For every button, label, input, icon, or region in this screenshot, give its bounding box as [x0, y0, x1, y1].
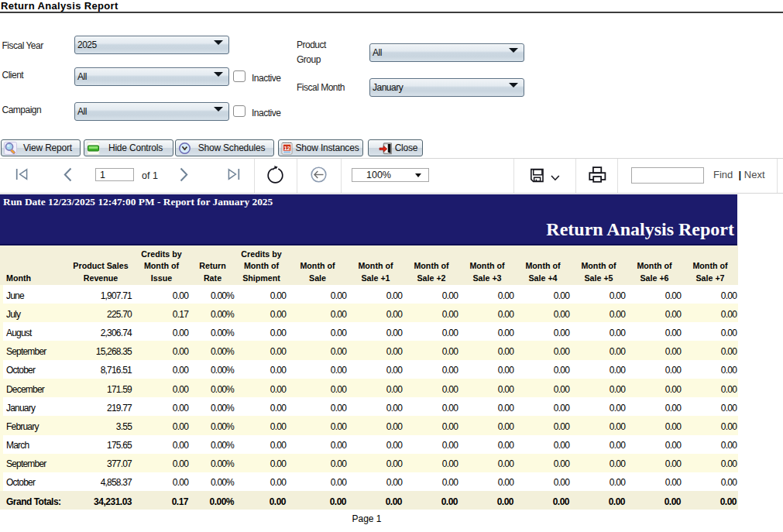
- svg-text:12: 12: [284, 144, 290, 151]
